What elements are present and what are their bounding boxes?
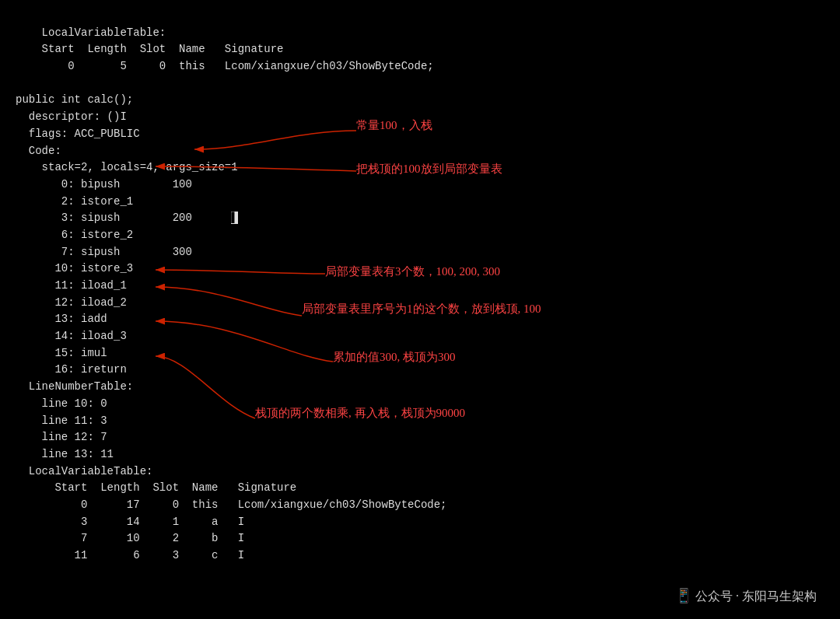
code-line-6: flags: ACC_PUBLIC bbox=[16, 128, 140, 140]
code-line-14: 10: istore_3 bbox=[16, 262, 133, 275]
code-line-2: Start Length Slot Name Signature bbox=[16, 43, 283, 55]
code-line-9: 0: bipush 100 bbox=[16, 178, 192, 191]
code-line-10: 2: istore_1 bbox=[16, 195, 133, 208]
code-line-22: line 10: 0 bbox=[16, 397, 107, 410]
code-line-21: LineNumberTable: bbox=[16, 380, 133, 393]
code-line-5: descriptor: ()I bbox=[16, 110, 127, 123]
code-line-28: 0 17 0 this Lcom/xiangxue/ch03/ShowByteC… bbox=[16, 498, 447, 511]
code-line-20: 16: ireturn bbox=[16, 363, 127, 376]
code-line-27: Start Length Slot Name Signature bbox=[16, 481, 296, 494]
code-line-7: Code: bbox=[16, 145, 61, 157]
code-line-11: 3: sipush 200 ▌ bbox=[16, 212, 238, 224]
watermark-text: 公众号 · 东阳马生架构 bbox=[695, 589, 817, 603]
code-line-18: 14: iload_3 bbox=[16, 330, 127, 342]
wechat-icon: 📱 bbox=[675, 588, 692, 603]
code-line-26: LocalVariableTable: bbox=[16, 465, 152, 477]
code-line-29: 3 14 1 a I bbox=[16, 516, 244, 528]
code-line-16: 12: iload_2 bbox=[16, 296, 127, 309]
code-line-3: 0 5 0 this Lcom/xiangxue/ch03/ShowByteCo… bbox=[16, 60, 434, 72]
code-line-25: line 13: 11 bbox=[16, 448, 114, 460]
code-line-17: 13: iadd bbox=[16, 313, 107, 325]
code-line-12: 6: istore_2 bbox=[16, 229, 133, 241]
code-line-19: 15: imul bbox=[16, 347, 107, 359]
code-line-4: public int calc(); bbox=[16, 93, 133, 106]
code-line-30: 7 10 2 b I bbox=[16, 532, 244, 544]
code-line-31: 11 6 3 c I bbox=[16, 549, 244, 561]
code-line-24: line 12: 7 bbox=[16, 431, 107, 443]
watermark: 📱 公众号 · 东阳马生架构 bbox=[675, 587, 817, 605]
code-line-23: line 11: 3 bbox=[16, 414, 107, 427]
main-container: LocalVariableTable: Start Length Slot Na… bbox=[0, 0, 840, 619]
code-line-8: stack=2, locals=4, args_size=1 bbox=[16, 161, 238, 173]
code-line-15: 11: iload_1 bbox=[16, 279, 127, 292]
code-block: LocalVariableTable: Start Length Slot Na… bbox=[16, 8, 824, 581]
code-line-1: LocalVariableTable: bbox=[42, 26, 166, 39]
code-line-13: 7: sipush 300 bbox=[16, 246, 192, 258]
